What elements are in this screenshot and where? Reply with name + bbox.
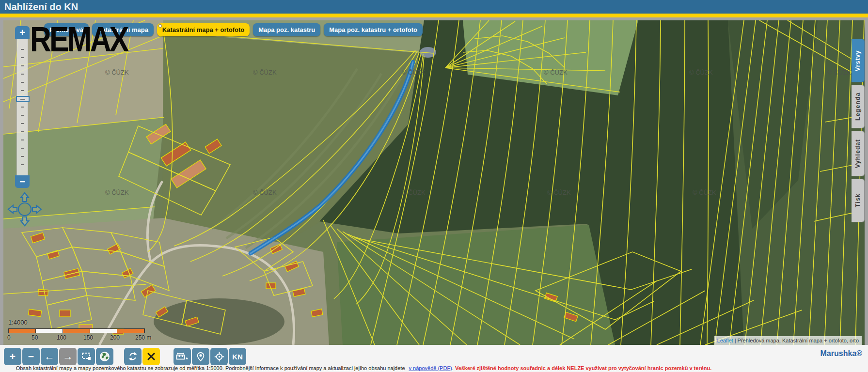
scale-ticks: 0 50 100 150 200 250 m xyxy=(8,334,154,341)
warning-text: Veškeré zjištěné hodnoty souřadnic a dél… xyxy=(455,365,711,371)
scale-ratio: 1:4000 xyxy=(8,319,154,326)
globe-icon xyxy=(99,351,110,362)
zoom-slider-handle[interactable] xyxy=(16,96,30,102)
full-extent-button[interactable] xyxy=(96,348,113,365)
ruler-icon xyxy=(176,352,189,361)
scale-bar: 1:4000 0 50 100 150 200 250 m xyxy=(8,319,154,341)
map-attribution: Leaflet | Přehledová mapa, Katastrální m… xyxy=(714,336,862,345)
tab-mapa-poz-katastru[interactable]: Mapa poz. katastru xyxy=(253,23,320,36)
side-tab-legenda[interactable]: Legenda xyxy=(852,85,865,128)
zoom-rectangle-button[interactable] xyxy=(78,348,95,365)
pan-down-arrow-icon[interactable] xyxy=(21,217,29,226)
bottom-toolbar: + − ← → xyxy=(4,348,246,365)
tab-mapa-poz-katastru-ortofoto[interactable]: Mapa poz. katastru + ortofoto xyxy=(324,23,423,36)
toolbar-zoom-out-button[interactable]: − xyxy=(22,348,40,365)
page-title: Nahlížení do KN xyxy=(4,1,78,12)
help-pdf-link[interactable]: v nápovědě (PDF) xyxy=(409,365,452,371)
crosshair-icon xyxy=(214,352,224,362)
pan-up-arrow-icon[interactable] xyxy=(21,193,29,202)
attribution-layers: | Přehledová mapa, Katastrální mapa + or… xyxy=(735,338,859,343)
side-tab-vrstvy[interactable]: Vrstvy xyxy=(852,39,865,82)
history-forward-button[interactable]: → xyxy=(59,348,77,365)
footer: + − ← → xyxy=(0,345,868,372)
accent-bar xyxy=(0,14,868,17)
side-panel-tabs: Vrstvy Legenda Vyhledat Tisk xyxy=(852,39,865,222)
selected-radio-dot xyxy=(158,24,162,28)
pan-center-circle[interactable] xyxy=(18,203,31,216)
zoom-out-button[interactable]: − xyxy=(15,175,30,188)
tab-katastralni-mapa-ortofoto[interactable]: Katastrální mapa + ortofoto xyxy=(157,23,250,36)
tab-prehledova[interactable]: Přehledová xyxy=(44,23,89,36)
layer-tabs: Přehledová Katastrální mapa Katastrální … xyxy=(44,23,423,36)
side-tab-vyhledat[interactable]: Vyhledat xyxy=(852,131,865,176)
side-tab-tisk[interactable]: Tisk xyxy=(852,179,865,222)
refresh-icon xyxy=(128,352,138,361)
app-header: Nahlížení do KN xyxy=(0,0,868,14)
toolbar-zoom-in-button[interactable]: + xyxy=(4,348,21,365)
locate-button[interactable] xyxy=(210,348,228,365)
pan-left-arrow-icon[interactable] xyxy=(8,205,17,213)
scale-segments xyxy=(8,328,145,333)
zoom-slider-track[interactable] xyxy=(16,39,28,175)
cancel-button[interactable] xyxy=(142,348,160,365)
map-frame: Přehledová Katastrální mapa Katastrální … xyxy=(0,17,868,345)
close-x-icon xyxy=(146,352,156,361)
pan-right-arrow-icon[interactable] xyxy=(32,205,41,213)
refresh-button[interactable] xyxy=(124,348,142,365)
zoom-in-button[interactable]: + xyxy=(15,26,30,39)
history-back-button[interactable]: ← xyxy=(41,348,58,365)
disclaimer-text: Obsah katastrální mapy a mapy pozemkovéh… xyxy=(0,365,727,371)
marushka-brand: Marushka® xyxy=(821,349,862,358)
zoom-rectangle-icon xyxy=(81,352,92,361)
zoom-slider-control: + − xyxy=(15,26,30,188)
aerial-map-layer xyxy=(3,20,865,345)
kn-button[interactable]: KN xyxy=(229,348,246,365)
pan-compass xyxy=(6,191,43,230)
map-viewport[interactable]: Přehledová Katastrální mapa Katastrální … xyxy=(3,20,865,345)
leaflet-link[interactable]: Leaflet xyxy=(717,338,733,343)
measure-button[interactable] xyxy=(174,348,191,365)
gps-pin-icon xyxy=(196,352,205,362)
gps-button[interactable] xyxy=(192,348,209,365)
tab-katastralni-mapa[interactable]: Katastrální mapa xyxy=(92,23,154,36)
